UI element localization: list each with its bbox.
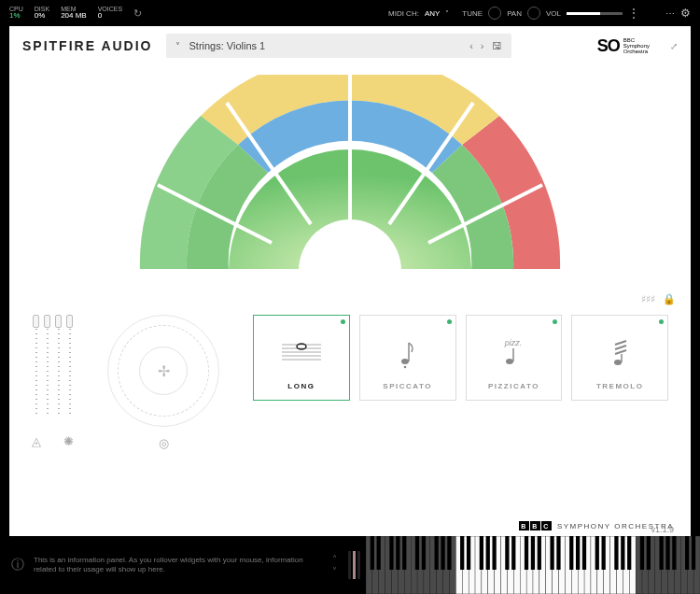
svg-rect-107 [640, 536, 644, 570]
midi-ch-label: MIDI CH: [388, 9, 419, 18]
tune-knob[interactable] [488, 7, 501, 20]
status-bar: CPU1% DISK0% MEM204 MB VOICES0 ↻ MIDI CH… [0, 0, 700, 26]
svg-rect-98 [556, 536, 560, 570]
svg-line-20 [615, 341, 626, 345]
svg-rect-104 [614, 536, 618, 570]
svg-rect-77 [371, 536, 374, 570]
svg-rect-94 [525, 536, 528, 570]
articulation-list: LONG SPICCATO pizz. PIZZICATO TREMOLO [253, 315, 668, 514]
svg-rect-101 [582, 536, 586, 570]
refresh-icon[interactable]: ↻ [133, 7, 142, 20]
svg-rect-97 [550, 536, 553, 570]
pan-knob[interactable] [527, 7, 540, 20]
svg-rect-89 [480, 536, 483, 570]
preset-next-button[interactable]: › [481, 40, 484, 51]
svg-rect-88 [467, 536, 470, 570]
svg-rect-105 [621, 536, 624, 570]
gear-icon[interactable]: ⚙ [680, 7, 691, 20]
svg-rect-108 [647, 536, 651, 570]
brand-logo: SPITFIRE AUDIO [22, 38, 153, 53]
svg-rect-113 [692, 536, 695, 570]
octave-shift[interactable]: ˄˅ [327, 536, 343, 594]
save-icon[interactable]: 🖫 [492, 40, 502, 51]
disk-value: 0% [35, 12, 46, 21]
preset-selector[interactable]: ˅ Strings: Violins 1 ‹ › 🖫 [166, 34, 511, 58]
articulation-long[interactable]: LONG [253, 315, 350, 401]
svg-rect-109 [659, 536, 663, 570]
svg-text:pizz.: pizz. [504, 338, 523, 347]
svg-rect-82 [415, 536, 419, 570]
preset-prev-button[interactable]: ‹ [469, 40, 473, 51]
velocity-meter [343, 536, 366, 594]
pan-label: PAN [507, 9, 522, 18]
svg-rect-85 [441, 536, 444, 570]
main-dial[interactable]: ✢ [107, 315, 219, 427]
svg-rect-111 [672, 536, 676, 570]
cpu-value: 1% [9, 12, 21, 21]
svg-rect-91 [492, 536, 496, 570]
chevron-down-icon: ˅ [175, 41, 180, 51]
volume-slider[interactable] [567, 12, 623, 15]
svg-rect-84 [435, 536, 439, 570]
articulation-pizzicato[interactable]: pizz. PIZZICATO [466, 315, 563, 401]
controller-a-icon[interactable]: ◬ [32, 434, 41, 448]
articulation-spiccato[interactable]: SPICCATO [359, 315, 456, 401]
chevron-down-icon[interactable]: ˅ [445, 9, 449, 18]
svg-rect-87 [460, 536, 464, 570]
svg-rect-100 [576, 536, 580, 570]
lock-icon[interactable]: 🔒 [663, 293, 676, 305]
svg-line-22 [615, 350, 626, 354]
svg-rect-81 [402, 536, 406, 570]
virtual-keyboard[interactable] [366, 536, 700, 594]
svg-rect-92 [505, 536, 509, 570]
expression-faders[interactable] [33, 315, 74, 417]
svg-line-21 [615, 346, 626, 349]
svg-point-16 [403, 365, 406, 368]
menu-icon[interactable]: ⋯ [665, 8, 675, 19]
svg-rect-106 [627, 536, 631, 570]
svg-rect-95 [531, 536, 535, 570]
svg-rect-78 [377, 536, 381, 570]
svg-point-14 [401, 359, 409, 364]
version-label: v1.1.9 [651, 525, 674, 534]
svg-rect-112 [685, 536, 689, 570]
mixer-icon[interactable]: ♯♯♯ [641, 293, 655, 305]
tune-label: TUNE [462, 9, 483, 18]
svg-rect-110 [665, 536, 669, 570]
svg-rect-96 [538, 536, 541, 570]
svg-rect-93 [511, 536, 515, 570]
svg-point-18 [506, 359, 513, 364]
bbc-so-logo: SO BBCSymphonyOrchestra [597, 36, 650, 56]
controller-b-icon[interactable]: ✺ [63, 434, 74, 448]
voices-value: 0 [98, 12, 102, 21]
svg-rect-103 [602, 536, 606, 570]
svg-point-23 [614, 360, 622, 365]
info-icon: ⓘ [11, 557, 24, 573]
more-icon[interactable]: ⋮ [628, 7, 639, 20]
svg-rect-99 [569, 536, 573, 570]
midi-ch-value[interactable]: ANY [425, 9, 440, 18]
dial-mode-icon[interactable]: ◎ [159, 436, 169, 450]
svg-rect-79 [389, 536, 393, 570]
preset-name: Strings: Violins 1 [189, 40, 266, 51]
orchestra-arc[interactable] [9, 65, 691, 290]
dial-center-icon: ✢ [139, 346, 188, 395]
svg-rect-80 [396, 536, 399, 570]
info-text: This is an information panel. As you rol… [34, 556, 315, 574]
svg-rect-90 [486, 536, 490, 570]
mem-value: 204 MB [61, 12, 87, 21]
vol-label: VOL [546, 9, 561, 18]
articulation-tremolo[interactable]: TREMOLO [571, 315, 668, 401]
svg-rect-86 [447, 536, 451, 570]
svg-rect-102 [595, 536, 599, 570]
expand-icon[interactable]: ⤢ [670, 41, 678, 51]
svg-rect-83 [422, 536, 426, 570]
